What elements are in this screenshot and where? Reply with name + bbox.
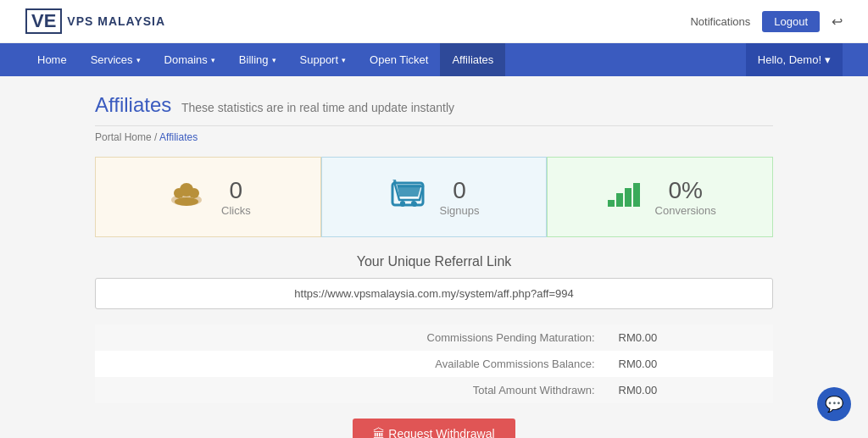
nav-left: Home Services ▾ Domains ▾ Billing ▾ Supp…: [25, 43, 505, 76]
withdrawal-button[interactable]: 🏛 Request Withdrawal: [353, 419, 515, 438]
services-arrow: ▾: [136, 56, 141, 64]
svg-rect-13: [633, 183, 640, 207]
signups-info: 0 Signups: [440, 177, 480, 217]
commission-label-2: Total Amount Withdrawn:: [95, 377, 607, 403]
commissions-table: Commissions Pending Maturation: RM0.00 A…: [95, 324, 773, 403]
conversions-label: Conversions: [655, 204, 716, 217]
breadcrumb-home[interactable]: Portal Home: [95, 131, 152, 143]
svg-point-4: [175, 197, 198, 206]
commission-row-1: Available Commissions Balance: RM0.00: [95, 351, 773, 377]
domains-arrow: ▾: [211, 56, 215, 64]
stat-card-signups: 0 Signups: [321, 157, 548, 237]
commission-row-0: Commissions Pending Maturation: RM0.00: [95, 324, 773, 351]
clicks-icon: [165, 176, 208, 218]
referral-link-box[interactable]: https://www.vpsmalaysia.com.my/system/af…: [95, 278, 773, 309]
commission-row-2: Total Amount Withdrawn: RM0.00: [95, 377, 773, 403]
user-icon-button[interactable]: ↩: [832, 14, 843, 30]
conversions-value: 0%: [655, 177, 716, 204]
logo-area: VE VPS MALAYSIA: [25, 8, 165, 34]
logo-text: VPS MALAYSIA: [67, 14, 165, 28]
nav-item-open-ticket[interactable]: Open Ticket: [358, 43, 440, 76]
clicks-label: Clicks: [221, 204, 251, 217]
top-header: VE VPS MALAYSIA Notifications Logout ↩: [0, 0, 868, 43]
signups-value: 0: [440, 177, 480, 204]
clicks-info: 0 Clicks: [221, 177, 251, 217]
nav-item-affiliates[interactable]: Affiliates: [440, 43, 505, 76]
nav-item-services[interactable]: Services ▾: [79, 43, 153, 76]
billing-arrow: ▾: [272, 56, 276, 64]
stat-card-conversions: 0% Conversions: [547, 157, 773, 237]
chat-bubble[interactable]: 💬: [817, 387, 851, 421]
signups-icon: [389, 175, 426, 219]
main-nav: Home Services ▾ Domains ▾ Billing ▾ Supp…: [0, 43, 868, 76]
commission-label-1: Available Commissions Balance:: [95, 351, 607, 377]
hello-button[interactable]: Hello, Demo! ▾: [746, 43, 843, 76]
hello-label: Hello, Demo!: [758, 53, 821, 66]
svg-rect-10: [608, 200, 615, 207]
stats-row: 0 Clicks 0 Signu: [95, 157, 773, 237]
nav-item-support[interactable]: Support ▾: [288, 43, 359, 76]
withdrawal-section: 🏛 Request Withdrawal: [95, 419, 773, 438]
breadcrumb: Portal Home / Affiliates: [95, 131, 773, 143]
page-title-area: Affiliates These statistics are in real …: [95, 93, 773, 126]
hello-arrow: ▾: [825, 53, 831, 66]
svg-rect-12: [625, 188, 632, 207]
signups-label: Signups: [440, 204, 480, 217]
svg-rect-11: [616, 193, 623, 207]
conversions-icon: [604, 176, 642, 218]
nav-item-domains[interactable]: Domains ▾: [153, 43, 227, 76]
commission-label-0: Commissions Pending Maturation:: [95, 324, 607, 351]
commission-value-1: RM0.00: [607, 351, 773, 377]
header-right: Notifications Logout ↩: [690, 11, 843, 32]
main-content: Affiliates These statistics are in real …: [86, 76, 782, 438]
nav-item-billing[interactable]: Billing ▾: [227, 43, 288, 76]
page-subtitle: These statistics are in real time and up…: [181, 101, 454, 114]
commission-value-2: RM0.00: [607, 377, 773, 403]
logo-icon: VE: [25, 8, 62, 34]
referral-title: Your Unique Referral Link: [95, 254, 773, 269]
svg-point-8: [400, 201, 405, 206]
stat-card-clicks: 0 Clicks: [95, 157, 321, 237]
referral-section: Your Unique Referral Link https://www.vp…: [95, 254, 773, 309]
breadcrumb-current: Affiliates: [159, 131, 198, 143]
nav-item-home[interactable]: Home: [25, 43, 79, 76]
commission-value-0: RM0.00: [607, 324, 773, 351]
logout-button[interactable]: Logout: [762, 11, 820, 32]
svg-point-9: [411, 201, 416, 206]
svg-point-3: [180, 183, 193, 197]
page-title: Affiliates: [95, 93, 171, 116]
support-arrow: ▾: [342, 56, 346, 64]
clicks-value: 0: [221, 177, 251, 204]
notifications-button[interactable]: Notifications: [690, 15, 750, 28]
conversions-info: 0% Conversions: [655, 177, 716, 217]
